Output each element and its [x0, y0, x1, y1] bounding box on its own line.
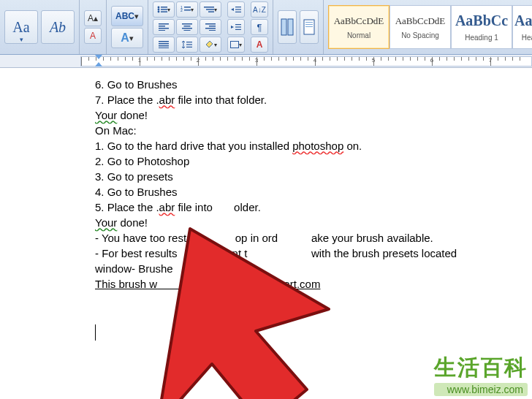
font-color-button[interactable]: A▾: [111, 28, 143, 48]
styles-gallery: AaBbCcDdE Normal AaBbCcDdE No Spacing Aa…: [324, 0, 532, 54]
svg-rect-35: [235, 24, 241, 25]
svg-rect-9: [184, 10, 191, 11]
text-highlight-button[interactable]: ABC▾: [111, 6, 143, 26]
wordart-label: A: [121, 31, 129, 45]
svg-rect-22: [209, 26, 216, 27]
text-highlight-label: ABC: [115, 11, 134, 21]
horizontal-ruler[interactable]: 1234567: [0, 55, 532, 68]
svg-rect-17: [182, 23, 192, 25]
font-script-button[interactable]: Ab: [41, 10, 75, 44]
svg-rect-19: [182, 28, 192, 29]
ruler-track: 1234567: [80, 56, 532, 66]
doc-line: - For best results nt t with the brush p…: [95, 246, 517, 261]
doc-line: window- Brushe: [95, 261, 517, 276]
align-left-icon: [159, 23, 169, 31]
svg-point-0: [158, 7, 160, 9]
line-spacing-button[interactable]: [176, 37, 198, 53]
doc-line: - You have too resta op in ord ake your …: [95, 230, 517, 246]
style-heading-2-partial[interactable]: AaB Hea: [512, 5, 532, 49]
doc-line: 2. Go to Photoshop: [95, 153, 517, 169]
svg-rect-3: [161, 9, 167, 10]
doc-line: 4. Go to Brushes: [95, 184, 517, 200]
increase-indent-button[interactable]: [227, 19, 245, 35]
text-highlight-group: ABC▾ A▾: [107, 0, 148, 54]
svg-rect-15: [159, 28, 169, 29]
layout-group: [273, 0, 324, 54]
align-right-button[interactable]: [200, 19, 221, 35]
svg-rect-16: [159, 30, 165, 31]
svg-rect-33: [235, 9, 241, 10]
doc-line: On Mac:: [95, 123, 517, 138]
doc-line: 1. Go to the hard drive that you install…: [95, 138, 517, 153]
style-heading-1[interactable]: AaBbCc Heading 1: [451, 5, 512, 49]
orientation-button[interactable]: [300, 10, 319, 44]
outdent-icon: [231, 6, 241, 13]
style-sample: AaBbCcDdE: [395, 15, 446, 27]
style-normal[interactable]: AaBbCcDdE Normal: [328, 5, 390, 49]
grow-font-button[interactable]: A▴: [84, 10, 102, 26]
document-page: 6. Go to Brushes 7. Place the .abr file …: [0, 68, 532, 292]
shading-button[interactable]: ▾: [200, 37, 221, 53]
bullet-list-icon: [157, 6, 167, 13]
numbering-button[interactable]: 12▾: [176, 1, 198, 18]
text-cursor: [95, 324, 96, 341]
svg-rect-24: [209, 30, 216, 31]
style-sample: AaBbCc: [455, 12, 508, 29]
svg-rect-18: [184, 26, 191, 27]
sort-button[interactable]: A↓Z: [251, 1, 268, 18]
columns-icon: [281, 18, 294, 36]
svg-rect-36: [235, 26, 241, 27]
indent-marker[interactable]: [95, 55, 102, 62]
align-left-button[interactable]: [153, 19, 175, 35]
svg-rect-32: [235, 7, 241, 7]
doc-line: This brush w deviantart.com: [95, 276, 517, 292]
change-case-button[interactable]: Aa▾: [4, 10, 38, 44]
svg-rect-29: [186, 42, 192, 42]
clear-format-button[interactable]: A: [84, 28, 102, 44]
svg-rect-14: [159, 26, 165, 27]
show-marks-button[interactable]: ¶: [251, 19, 268, 35]
justify-button[interactable]: [153, 37, 175, 53]
svg-rect-43: [305, 24, 313, 25]
page-icon: [303, 18, 316, 36]
doc-line: 3. Go to presets: [95, 169, 517, 184]
watermark: 生活百科 www.bimeiz.com: [434, 353, 528, 396]
svg-rect-1: [161, 7, 167, 8]
font-effects-group: A▴ A: [80, 0, 107, 54]
svg-rect-7: [184, 7, 191, 8]
paragraph-group: ▾ 12▾ ▾ ▾ ▾ A↓Z ¶ A: [148, 0, 273, 54]
borders-button[interactable]: ▾: [227, 37, 245, 53]
document-area[interactable]: 6. Go to Brushes 7. Place the .abr file …: [0, 68, 532, 399]
multilevel-list-icon: [204, 6, 214, 13]
svg-rect-21: [205, 23, 216, 25]
style-label: No Spacing: [401, 31, 439, 39]
svg-rect-28: [159, 48, 169, 48]
decrease-indent-button[interactable]: [227, 1, 245, 18]
svg-rect-34: [235, 12, 241, 12]
columns-button[interactable]: [278, 10, 297, 44]
svg-rect-40: [288, 19, 293, 35]
svg-rect-38: [231, 42, 239, 48]
doc-line: 6. Go to Brushes: [95, 77, 517, 92]
doc-line: Your done!: [95, 215, 517, 230]
svg-rect-39: [281, 19, 286, 35]
align-center-button[interactable]: [176, 19, 198, 35]
watermark-cn: 生活百科: [434, 353, 528, 383]
ribbon: Aa▾ Ab A▴ A ABC▾ A▾ ▾ 12▾ ▾ ▾: [0, 0, 532, 55]
style-label: Hea: [522, 34, 532, 42]
multilevel-button[interactable]: ▾: [200, 1, 221, 18]
font-color-small-button[interactable]: A: [251, 37, 268, 53]
font-group: Aa▾ Ab: [0, 0, 80, 54]
justify-icon: [159, 41, 169, 48]
clear-fmt-label: A: [90, 31, 96, 41]
bullets-button[interactable]: ▾: [153, 1, 175, 18]
doc-line: 7. Place the .abr file into that folder.: [95, 92, 517, 107]
svg-rect-30: [186, 44, 192, 45]
svg-rect-11: [206, 9, 214, 10]
line-spacing-icon: [182, 41, 192, 48]
change-case-label: Aa: [12, 19, 29, 36]
svg-point-4: [158, 11, 160, 13]
style-no-spacing[interactable]: AaBbCcDdE No Spacing: [390, 5, 451, 49]
svg-rect-37: [235, 29, 241, 30]
style-label: Heading 1: [465, 34, 498, 42]
